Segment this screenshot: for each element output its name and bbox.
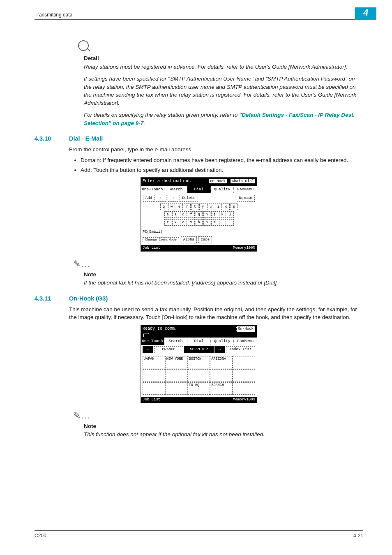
fig2-tab-search[interactable]: Search xyxy=(164,338,188,345)
fig1-right-button[interactable]: → xyxy=(168,195,178,202)
fig1-tab-dial[interactable]: Dial xyxy=(187,186,211,193)
fig2-cell[interactable] xyxy=(233,382,255,395)
key[interactable]: t xyxy=(191,204,198,210)
key[interactable]: f xyxy=(188,211,195,218)
key[interactable]: i xyxy=(215,204,222,210)
key[interactable]: j xyxy=(211,211,218,218)
key[interactable]: c xyxy=(180,219,187,226)
key[interactable]: h xyxy=(203,211,210,218)
fig1-kb-row2: a s d f g h j k l xyxy=(143,211,255,218)
sec1-b2: Add: Touch this button to specify an add… xyxy=(81,166,362,174)
fig1-left-button[interactable]: ← xyxy=(156,195,166,202)
fig2-cell[interactable] xyxy=(233,369,255,382)
key[interactable]: r xyxy=(184,204,191,210)
fig2-cell[interactable]: TO HQ xyxy=(188,382,210,395)
key[interactable]: s xyxy=(172,211,179,218)
key[interactable]: o xyxy=(223,204,230,210)
fig2-cell[interactable] xyxy=(165,382,188,395)
magnifier-icon xyxy=(78,40,89,51)
fig2-cell[interactable]: BRANCH xyxy=(210,382,233,395)
key[interactable]: , xyxy=(219,219,226,226)
fig1-tab-faxmenu[interactable]: FaxMenu xyxy=(234,186,257,193)
fig2-cell[interactable]: BOSTON xyxy=(188,356,210,368)
fig1-prompt: Enter a destination. xyxy=(143,178,192,185)
note1-heading: Note xyxy=(84,271,363,279)
fig2-cell[interactable] xyxy=(165,369,188,382)
fig1-domain-button[interactable]: Domain xyxy=(237,195,255,202)
chapter-tab: 4 xyxy=(355,7,376,20)
fig1-joblist[interactable]: Job List xyxy=(143,245,160,251)
footer: C200 4-21 xyxy=(35,530,363,539)
running-header: Transmitting data xyxy=(35,12,363,20)
fig1-memory: Memory100% xyxy=(233,245,255,251)
fig2-tab-dial[interactable]: Dial xyxy=(187,338,211,345)
fig1-change-button[interactable]: Change Comm.Mode xyxy=(143,237,179,242)
fig2-cell[interactable] xyxy=(188,369,210,382)
fig2-nav-index[interactable]: Index List xyxy=(226,346,255,353)
key[interactable]: k xyxy=(219,211,226,218)
fig2-cell[interactable] xyxy=(143,382,165,395)
fig1-add-button[interactable]: Add xyxy=(143,195,154,202)
fig2-onhook-button[interactable]: On-Hook xyxy=(236,326,255,332)
fig1-tab-search[interactable]: Search xyxy=(164,186,188,193)
note-icon: ✎… xyxy=(73,409,91,422)
key[interactable]: w xyxy=(168,204,175,210)
key[interactable]: . xyxy=(227,219,234,226)
fig2-nav-branch[interactable]: BRANCH xyxy=(154,346,183,353)
fig2-cell[interactable] xyxy=(233,356,255,368)
sec1-p1: From the control panel, type in the e-ma… xyxy=(69,146,362,154)
fig2-tab-onetouch[interactable]: One-Touch xyxy=(141,338,164,345)
fig2-grid-r3: TO HQ BRANCH xyxy=(143,382,255,395)
fig1-kb-row3: z x c v b n m , . xyxy=(143,219,255,226)
fig2-joblist[interactable]: Job List xyxy=(143,397,160,402)
fig2-cell[interactable]: NEW YORK xyxy=(165,356,188,368)
key[interactable]: a xyxy=(164,211,171,218)
fig1-caps-button[interactable]: Caps xyxy=(198,236,212,243)
key[interactable]: q xyxy=(160,204,167,210)
key[interactable]: e xyxy=(176,204,183,210)
detail-p2: If settings have been specified for "SMT… xyxy=(84,75,362,107)
fig1-mode-label: PC(Email) xyxy=(141,229,257,235)
sec2-p1: This machine can be used to send a fax m… xyxy=(69,305,362,321)
fig1-kb-row1: q w e r t y u i o p xyxy=(143,204,255,210)
fig2-tab-faxmenu[interactable]: FaxMenu xyxy=(234,338,257,345)
sec1-b1: Domain: If frequently entered domain nam… xyxy=(81,156,362,164)
section-title: Dial - E-Mail xyxy=(69,134,103,143)
key[interactable]: u xyxy=(207,204,214,210)
fig2-nav-right[interactable]: → xyxy=(214,346,225,353)
fig2-cell[interactable] xyxy=(210,369,233,382)
handset-icon xyxy=(143,333,149,337)
footer-left: C200 xyxy=(35,532,46,539)
key[interactable]: d xyxy=(180,211,187,218)
detail-p3: For details on specifying the relay stat… xyxy=(84,111,362,127)
detail-p3-pre: For details on specifying the relay stat… xyxy=(84,112,239,118)
fig2-memory: Memory100% xyxy=(233,397,255,402)
key[interactable]: z xyxy=(164,219,171,226)
key[interactable]: n xyxy=(203,219,210,226)
fig1-tab-onetouch[interactable]: One-Touch xyxy=(141,186,164,193)
key[interactable]: x xyxy=(172,219,179,226)
fig2-cell[interactable] xyxy=(143,369,165,382)
fig2-nav-left[interactable]: ← xyxy=(143,346,153,353)
key[interactable]: g xyxy=(196,211,203,218)
fig1-onhook-button[interactable]: On-Hook xyxy=(209,179,227,183)
key[interactable]: l xyxy=(227,211,234,218)
key[interactable]: b xyxy=(196,219,203,226)
fig1-delete-button[interactable]: Delete xyxy=(180,195,198,202)
header-left: Transmitting data xyxy=(35,12,72,18)
sec1-bullets: Domain: If frequently entered domain nam… xyxy=(69,156,362,174)
detail-heading: Detail xyxy=(84,54,363,62)
fig2-tab-quality[interactable]: Quality xyxy=(211,338,234,345)
section-title: On-Hook (G3) xyxy=(69,294,108,303)
fig1-tab-quality[interactable]: Quality xyxy=(211,186,234,193)
key[interactable]: p xyxy=(231,204,238,210)
fig1-chain-button[interactable]: Chain Dial xyxy=(231,179,255,183)
fig1-alpha-button[interactable]: Alpha xyxy=(181,236,197,243)
key[interactable]: y xyxy=(199,204,206,210)
fig2-cell[interactable]: ARIZONA xyxy=(210,356,233,368)
section-4-3-11-header: 4.3.11 On-Hook (G3) xyxy=(35,294,363,303)
key[interactable]: v xyxy=(188,219,195,226)
fig2-cell[interactable]: JAPAN xyxy=(143,356,165,368)
fig2-nav-supplier[interactable]: SUPPLIER xyxy=(184,346,213,353)
key[interactable]: m xyxy=(211,219,218,226)
